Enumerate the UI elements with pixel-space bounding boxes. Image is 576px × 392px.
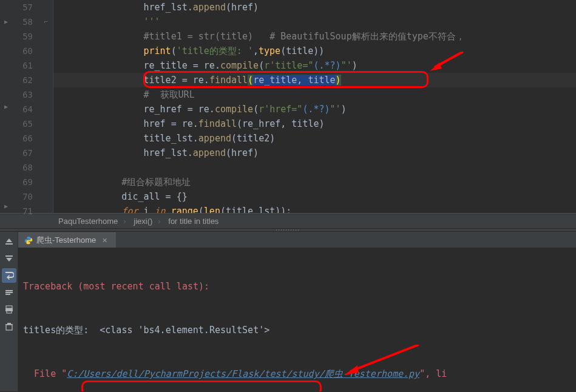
console-toolbar (0, 232, 18, 391)
line-number: 66 (12, 131, 39, 146)
breadcrumb-item[interactable]: for title in titles (164, 217, 222, 226)
code-comment: #title1 = str(title) # BeautifulSoup解析出来… (56, 31, 465, 42)
file-link[interactable]: C:/Users/dell/PycharmProjects/Flask/test… (67, 368, 419, 379)
svg-rect-5 (5, 292, 13, 293)
fold-gutter: ▶ ▶ ▶ (0, 0, 12, 213)
tab-label: 爬虫-Testerhome (36, 235, 96, 246)
up-trace-button[interactable] (2, 234, 16, 249)
breadcrumb-item[interactable]: PaquTesterhome (55, 217, 121, 226)
soft-wrap-button[interactable] (2, 268, 16, 283)
toggle-button[interactable] (2, 285, 16, 300)
line-number-gutter: 57 58 59 60 61 62 63 64 65 66 67 68 69 7… (12, 0, 39, 213)
line-number: 63 (12, 87, 39, 102)
code-editor[interactable]: ▶ ▶ ▶ 57 58 59 60 61 62 63 64 65 66 67 6… (0, 0, 576, 214)
line-number: 65 (12, 117, 39, 131)
fold-triangle-icon[interactable]: ▶ (0, 100, 12, 113)
svg-rect-11 (7, 323, 11, 324)
print-button[interactable] (2, 302, 16, 317)
breadcrumb[interactable]: PaquTesterhome› jiexi()› for title in ti… (0, 214, 576, 228)
traceback-line: Traceback (most recent call last): (23, 279, 571, 294)
svg-rect-9 (7, 311, 12, 313)
line-number: 64 (12, 102, 39, 117)
svg-rect-2 (5, 243, 13, 245)
code-text: ''' (56, 16, 160, 27)
line-number: 58 (12, 15, 39, 29)
svg-rect-4 (5, 290, 13, 291)
line-number: 70 (12, 189, 39, 204)
line-number: 59 (12, 29, 39, 44)
run-tab[interactable]: 爬虫-Testerhome ✕ (18, 232, 116, 248)
down-trace-button[interactable] (2, 251, 16, 266)
line-number: 61 (12, 58, 39, 73)
python-icon (24, 236, 33, 245)
fold-triangle-icon[interactable]: ▶ (0, 15, 12, 28)
console-output[interactable]: Traceback (most recent call last): title… (18, 248, 576, 391)
line-number: 62 (12, 73, 39, 87)
line-number: 67 (12, 146, 39, 160)
line-number: 69 (12, 175, 39, 189)
line-number: 71 (12, 204, 39, 218)
clear-button[interactable] (2, 319, 16, 334)
fold-gutter-2: ⌐ (39, 0, 53, 213)
pane-divider[interactable] (0, 228, 576, 232)
current-line: title2 = re.findall(re_title, title) (53, 73, 576, 87)
console-tab-bar: 爬虫-Testerhome ✕ (18, 232, 576, 248)
chevron-right-icon: › (121, 217, 127, 226)
close-tab-icon[interactable]: ✕ (100, 237, 107, 245)
line-number: 60 (12, 44, 39, 58)
svg-rect-12 (5, 324, 13, 325)
svg-rect-10 (6, 325, 12, 330)
svg-rect-6 (5, 294, 10, 295)
breadcrumb-item[interactable]: jiexi() (130, 217, 156, 226)
traceback-line: File "C:/Users/dell/PycharmProjects/Flas… (23, 367, 571, 381)
code-content[interactable]: href_lst.append(href) ''' #title1 = str(… (53, 0, 576, 213)
run-tool-window: 爬虫-Testerhome ✕ Traceback (most recent c… (0, 232, 576, 391)
fold-triangle-icon[interactable]: ▶ (0, 200, 12, 213)
svg-rect-3 (5, 255, 13, 257)
svg-rect-7 (6, 306, 12, 308)
output-line: titles的类型: <class 'bs4.element.ResultSet… (23, 323, 571, 337)
chevron-right-icon: › (156, 217, 162, 226)
line-number: 68 (12, 160, 39, 175)
line-number: 57 (12, 0, 39, 15)
fold-end-icon[interactable]: ⌐ (39, 15, 53, 29)
annotation-box-icon (81, 380, 322, 391)
